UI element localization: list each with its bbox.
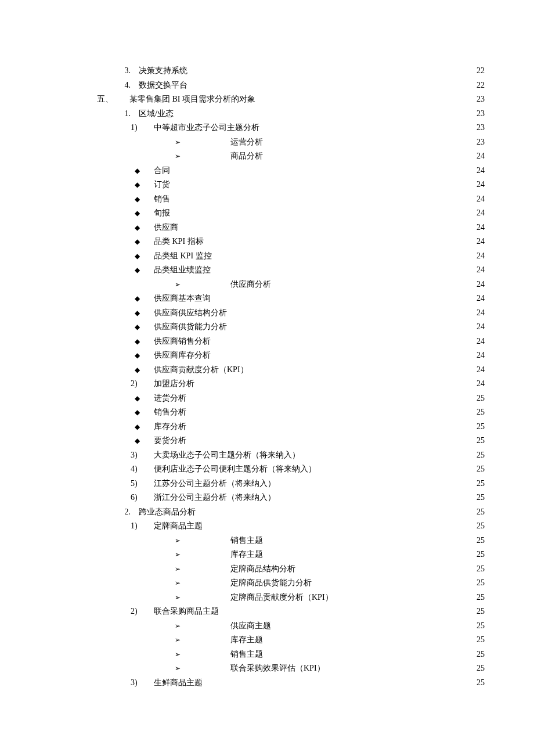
- arrow-icon: ➢: [175, 534, 210, 548]
- toc-entry: 3)大卖场业态子公司主题分析（将来纳入）25: [49, 448, 485, 463]
- toc-page-number: 25: [475, 562, 485, 577]
- toc-marker: 1): [131, 519, 154, 534]
- toc-marker: 1): [131, 121, 154, 135]
- toc-entry: ◆供应商销售分析24: [49, 334, 485, 349]
- toc-label: 品类组业绩监控: [154, 263, 211, 278]
- toc-entry: ➢供应商主题25: [49, 619, 485, 633]
- toc-entry: 2)加盟店分析24: [49, 377, 485, 391]
- toc-page-number: 25: [475, 534, 485, 548]
- toc-label: 中等超市业态子公司主题分析: [154, 121, 259, 135]
- toc-leader-dots: [263, 150, 475, 159]
- toc-page-number: 25: [475, 477, 485, 491]
- toc-page-number: 24: [475, 178, 485, 192]
- toc-leader-dots: [263, 649, 475, 657]
- toc-label: 销售主题: [230, 647, 263, 662]
- toc-leader-dots: [219, 606, 475, 614]
- toc-page-number: 25: [475, 676, 485, 690]
- toc-entry: 4)便利店业态子公司便利主题分析（将来纳入）25: [49, 462, 485, 477]
- toc-page-number: 25: [475, 405, 485, 420]
- toc-entry: ◆合同24: [49, 164, 485, 178]
- toc-label: 订货: [154, 178, 170, 192]
- toc-leader-dots: [248, 364, 475, 372]
- diamond-icon: ◆: [135, 320, 154, 334]
- toc-label: 库存主题: [230, 548, 263, 562]
- toc-entry: ◆品类组业绩监控24: [49, 263, 485, 278]
- toc-marker: 3.: [114, 64, 139, 78]
- toc-leader-dots: [194, 378, 475, 386]
- toc-entry: ◆要货分析25: [49, 434, 485, 448]
- toc-label: 联合采购商品主题: [154, 604, 219, 619]
- toc-leader-dots: [187, 65, 475, 73]
- diamond-icon: ◆: [135, 221, 154, 235]
- toc-page-number: 25: [475, 619, 485, 633]
- toc-label: 江苏分公司主题分析（将来纳入）: [154, 477, 276, 491]
- toc-leader-dots: [227, 321, 475, 329]
- toc-leader-dots: [300, 449, 475, 458]
- toc-page-number: 25: [475, 491, 485, 505]
- toc-label: 供应商供货能力分析: [154, 320, 227, 334]
- toc-entry: ➢定牌商品供货能力分析25: [49, 576, 485, 591]
- toc-leader-dots: [255, 93, 475, 102]
- toc-entry: 3)生鲜商品主题25: [49, 676, 485, 690]
- arrow-icon: ➢: [175, 562, 210, 577]
- toc-entry: ➢销售主题25: [49, 534, 485, 548]
- toc-page-number: 23: [475, 92, 485, 107]
- toc-leader-dots: [276, 478, 475, 486]
- toc-entry: ➢供应商分析24: [49, 278, 485, 292]
- toc-label: 品类组 KPI 监控: [154, 249, 212, 264]
- diamond-icon: ◆: [135, 235, 154, 249]
- toc-page-number: 25: [475, 519, 485, 534]
- diamond-icon: ◆: [135, 263, 154, 278]
- toc-marker: 五、: [97, 92, 129, 107]
- toc-page-number: 25: [475, 576, 485, 591]
- toc-leader-dots: [196, 506, 475, 514]
- toc-leader-dots: [178, 222, 475, 230]
- toc-entry: ➢定牌商品结构分析25: [49, 562, 485, 577]
- toc-entry: ◆品类 KPI 指标24: [49, 235, 485, 249]
- toc-label: 运营分析: [230, 135, 263, 150]
- diamond-icon: ◆: [135, 206, 154, 221]
- toc-container: 3.决策支持系统224.数据交换平台22五、某零售集团 BI 项目需求分析的对象…: [49, 64, 485, 690]
- toc-entry: 3.决策支持系统22: [49, 64, 485, 78]
- toc-label: 供应商供应结构分析: [154, 306, 227, 321]
- arrow-icon: ➢: [175, 619, 210, 633]
- toc-label: 商品分析: [230, 149, 263, 164]
- toc-entry: 五、某零售集团 BI 项目需求分析的对象23: [49, 92, 485, 107]
- toc-entry: 1.区域/业态23: [49, 107, 485, 121]
- toc-entry: ➢库存主题25: [49, 633, 485, 647]
- toc-label: 供应商贡献度分析（KPI）: [154, 363, 248, 377]
- toc-entry: 2.跨业态商品分析25: [49, 505, 485, 520]
- toc-label: 销售分析: [154, 405, 186, 420]
- toc-marker: 5): [131, 477, 154, 491]
- toc-label: 销售主题: [230, 534, 263, 548]
- toc-leader-dots: [211, 293, 475, 301]
- toc-label: 旬报: [154, 206, 170, 221]
- toc-leader-dots: [263, 549, 475, 557]
- toc-label: 进货分析: [154, 391, 186, 406]
- toc-entry: ◆供应商24: [49, 221, 485, 235]
- toc-leader-dots: [263, 136, 475, 145]
- toc-leader-dots: [227, 307, 475, 315]
- toc-marker: 4): [131, 462, 154, 477]
- toc-label: 合同: [154, 164, 170, 178]
- toc-page-number: 24: [475, 235, 485, 249]
- toc-label: 数据交换平台: [139, 78, 187, 93]
- toc-page-number: 25: [475, 647, 485, 662]
- toc-leader-dots: [170, 165, 475, 173]
- toc-leader-dots: [211, 350, 475, 358]
- toc-entry: ◆供应商供应结构分析24: [49, 306, 485, 321]
- toc-page-number: 24: [475, 377, 485, 391]
- toc-page-number: 24: [475, 164, 485, 178]
- arrow-icon: ➢: [175, 149, 210, 164]
- toc-entry: ◆旬报24: [49, 206, 485, 221]
- toc-page-number: 24: [475, 263, 485, 278]
- toc-label: 供应商: [154, 221, 178, 235]
- toc-marker: 2): [131, 604, 154, 619]
- arrow-icon: ➢: [175, 591, 210, 605]
- toc-page-number: 25: [475, 548, 485, 562]
- toc-marker: 3): [131, 448, 154, 463]
- toc-entry: 2)联合采购商品主题25: [49, 604, 485, 619]
- toc-label: 供应商销售分析: [154, 334, 211, 349]
- toc-page-number: 24: [475, 149, 485, 164]
- toc-entry: 1)定牌商品主题25: [49, 519, 485, 534]
